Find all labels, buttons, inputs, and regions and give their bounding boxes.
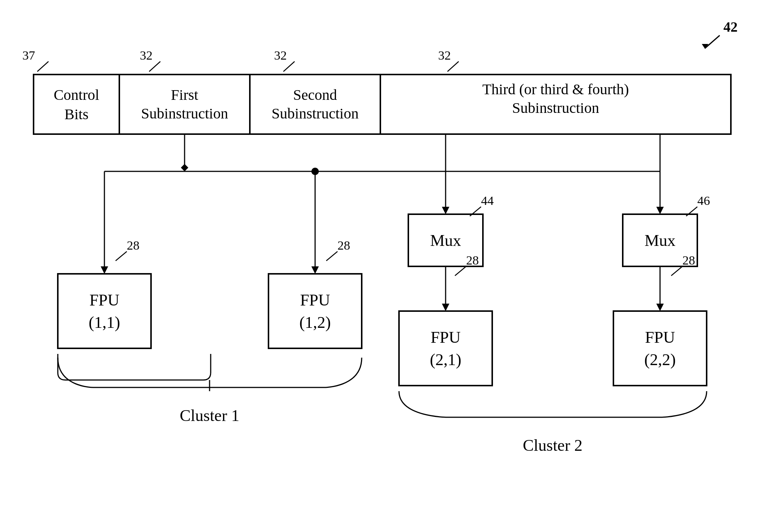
svg-line-37 — [455, 266, 466, 276]
ref-28b-label: 28 — [337, 238, 350, 252]
control-bits-line2: Bits — [65, 106, 88, 123]
diagram-container: 42 37 32 32 32 Control Bits — [0, 0, 776, 532]
svg-rect-5 — [119, 75, 250, 134]
svg-marker-39 — [656, 304, 664, 311]
fpu-22-line1: FPU — [645, 328, 675, 346]
ref-32a-label: 32 — [140, 48, 153, 62]
svg-line-41 — [116, 251, 127, 261]
svg-line-42 — [326, 251, 337, 261]
first-sub-line1: First — [171, 86, 198, 103]
fpu-12-line2: (1,2) — [299, 313, 331, 332]
ref-28d-label: 28 — [682, 253, 695, 267]
ref-32b-label: 32 — [274, 48, 287, 62]
svg-line-8 — [283, 61, 295, 72]
svg-line-10 — [447, 61, 459, 72]
svg-marker-28 — [656, 207, 664, 214]
fpu-22-line2: (2,2) — [644, 351, 676, 369]
svg-line-6 — [149, 61, 160, 72]
svg-marker-25 — [442, 207, 449, 214]
third-sub-line1: Third (or third & fourth) — [482, 81, 629, 98]
svg-rect-43 — [58, 274, 151, 348]
third-sub-line2: Subinstruction — [512, 99, 599, 116]
ref-37-label: 37 — [22, 48, 35, 62]
mux-44-label: Mux — [430, 231, 461, 250]
fpu-21-line1: FPU — [431, 328, 461, 346]
ref-28a-label: 28 — [127, 238, 139, 252]
fpu-11-line2: (1,1) — [89, 313, 120, 332]
svg-marker-36 — [442, 304, 449, 311]
mux-46-label: Mux — [644, 231, 675, 250]
fpu-21-line2: (2,1) — [430, 351, 461, 369]
svg-line-4 — [37, 61, 48, 72]
fpu-11-line1: FPU — [89, 291, 120, 309]
svg-line-0 — [705, 35, 720, 48]
ref-32c-label: 32 — [438, 48, 451, 62]
first-sub-line2: Subinstruction — [141, 105, 228, 122]
svg-rect-44 — [268, 274, 362, 348]
cluster2-label: Cluster 2 — [523, 436, 582, 455]
svg-rect-3 — [34, 75, 119, 134]
svg-marker-16 — [101, 266, 108, 274]
svg-marker-21 — [311, 266, 319, 274]
fpu-12-line1: FPU — [300, 291, 330, 309]
cluster1-label: Cluster 1 — [180, 406, 239, 425]
second-sub-line1: Second — [293, 86, 337, 103]
second-sub-line2: Subinstruction — [271, 105, 358, 122]
ref-42: 42 — [723, 19, 738, 35]
svg-rect-46 — [613, 311, 707, 386]
ref-28c-label: 28 — [466, 253, 479, 267]
svg-marker-12 — [181, 164, 188, 171]
control-bits-line1: Control — [54, 86, 99, 103]
svg-rect-7 — [250, 75, 380, 134]
ref-44-label: 44 — [481, 194, 494, 208]
svg-line-40 — [671, 266, 682, 276]
ref-46-label: 46 — [697, 194, 710, 208]
svg-rect-45 — [399, 311, 492, 386]
